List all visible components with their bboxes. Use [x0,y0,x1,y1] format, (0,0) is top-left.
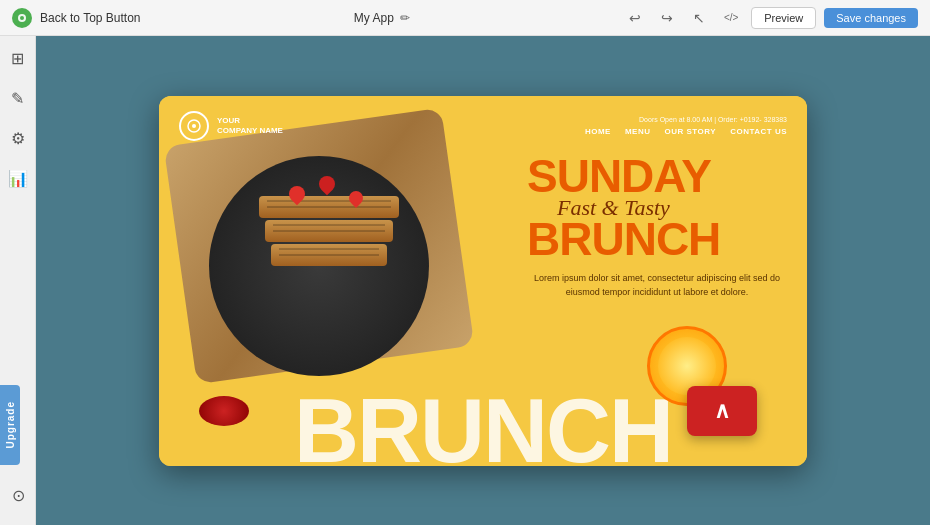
sidebar-edit-icon[interactable]: ✎ [8,88,28,108]
sidebar-bottom-icon[interactable]: ⊙ [8,485,28,505]
logo-text: YOUR COMPANY NAME [217,116,283,135]
sauce-bowl [199,396,249,426]
hero-description: Lorem ipsum dolor sit amet, consectetur … [527,272,787,299]
redo-button[interactable]: ↪ [655,6,679,30]
waffle-layer-2 [265,220,393,242]
edit-icon[interactable]: ✏ [400,11,410,25]
hero-title-top: SUNDAY [527,156,787,197]
website-header-right: Doors Open at 8.00 AM | Order: +0192- 32… [585,116,787,136]
logo-circle [179,111,209,141]
sidebar-settings-icon[interactable]: ⚙ [8,128,28,148]
waffle-layer-1 [259,196,399,218]
canvas-area: BRUNCH [36,36,930,525]
save-button[interactable]: Save changes [824,8,918,28]
app-name-label: My App [354,11,394,25]
undo-button[interactable]: ↩ [623,6,647,30]
preview-button[interactable]: Preview [751,7,816,29]
top-bar-center: My App ✏ [354,11,410,25]
nav-our-story[interactable]: OUR STORY [665,127,717,136]
website-header: YOUR COMPANY NAME Doors Open at 8.00 AM … [159,96,807,156]
waffle-layer-3 [271,244,387,266]
pointer-button[interactable]: ↖ [687,6,711,30]
chevron-up-icon: ∧ [714,398,730,424]
sidebar-chart-icon[interactable]: 📊 [8,168,28,188]
top-bar: Back to Top Button My App ✏ ↩ ↪ ↖ </> Pr… [0,0,930,36]
code-button[interactable]: </> [719,6,743,30]
header-nav: HOME MENU OUR STORY CONTACT US [585,127,787,136]
hero-text: SUNDAY Fast & Tasty BRUNCH Lorem ipsum d… [527,156,787,300]
top-bar-title: Back to Top Button [40,11,141,25]
upgrade-label: Upgrade [5,401,16,449]
nav-menu[interactable]: MENU [625,127,651,136]
header-info: Doors Open at 8.00 AM | Order: +0192- 32… [639,116,787,123]
nav-contact-us[interactable]: CONTACT US [730,127,787,136]
website-logo: YOUR COMPANY NAME [179,111,283,141]
svg-point-3 [192,124,196,128]
waffle-stack [259,196,399,296]
top-bar-right: ↩ ↪ ↖ </> Preview Save changes [623,6,918,30]
preview-window: BRUNCH [159,96,807,466]
nav-home[interactable]: HOME [585,127,611,136]
back-to-top-button[interactable]: ∧ [687,386,757,436]
hero-title-bottom: BRUNCH [527,219,787,260]
svg-point-1 [20,16,24,20]
upgrade-button[interactable]: Upgrade [0,385,20,465]
top-bar-left: Back to Top Button [12,8,141,28]
app-logo [12,8,32,28]
sidebar-grid-icon[interactable]: ⊞ [8,48,28,68]
